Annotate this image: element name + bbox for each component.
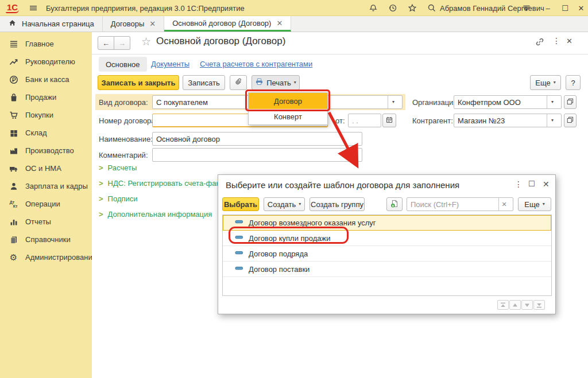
calendar-button[interactable]	[382, 114, 396, 127]
dialog-close-icon[interactable]: ✕	[543, 180, 550, 189]
close-tab-icon[interactable]: ✕	[276, 20, 283, 27]
tab-osnovnoe[interactable]: Основное	[99, 57, 147, 72]
dialog-more-button[interactable]: Еще▾	[518, 197, 551, 211]
go-up-button[interactable]	[509, 300, 521, 310]
tab-home[interactable]: Начальная страница	[0, 16, 103, 32]
grid-icon	[8, 128, 19, 138]
form-kebab-icon[interactable]: ⋮	[552, 36, 560, 45]
favorites-star-icon[interactable]	[407, 3, 418, 13]
gear-icon: ⚙	[8, 253, 19, 262]
hamburger-icon[interactable]	[28, 3, 39, 13]
comment-input[interactable]	[152, 148, 362, 162]
tab-scheta-raschetov[interactable]: Счета расчетов с контрагентами	[200, 60, 312, 68]
date-input[interactable]: . .	[348, 114, 381, 127]
save-and-close-button[interactable]: Записать и закрыть	[98, 75, 179, 90]
list-item-podryada[interactable]: Договор подряда	[223, 246, 551, 262]
back-button[interactable]: ←	[98, 36, 114, 50]
organization-open-button[interactable]	[564, 95, 577, 109]
print-button[interactable]: Печать▾	[252, 75, 300, 90]
close-button[interactable]: ✕	[575, 3, 587, 13]
sidebar-item-zarplata-i-kadry[interactable]: Зарплата и кадры	[0, 177, 92, 195]
more-button[interactable]: Еще▾	[530, 75, 561, 90]
shopping-bag-icon	[8, 93, 19, 102]
list-item-vozmezdnogo[interactable]: Договор возмездного оказания услуг	[223, 215, 551, 231]
tab-osnovnoy-dogovor[interactable]: Основной договор (Договор) ✕	[164, 16, 291, 32]
dialog-maximize-icon[interactable]: ☐	[528, 180, 535, 188]
open-in-window-icon	[566, 98, 574, 107]
sidebar-item-pokupki[interactable]: Покупки	[0, 106, 92, 124]
chevron-right-icon: >	[99, 210, 103, 219]
chevron-down-icon[interactable]: ▾	[388, 96, 399, 108]
history-icon[interactable]	[387, 3, 399, 13]
chevron-down-icon[interactable]: ▾	[547, 114, 558, 127]
person-icon	[8, 182, 19, 191]
notifications-bell-icon[interactable]	[368, 3, 379, 13]
name-input[interactable]: Основной договор	[152, 132, 362, 146]
sidebar-item-spravochniki[interactable]: Справочники	[0, 231, 92, 248]
create-button[interactable]: Создать▾	[264, 197, 305, 211]
home-icon	[8, 19, 17, 29]
sidebar-item-otchety[interactable]: Отчеты	[0, 213, 92, 231]
form-title: Основной договор (Договор)	[156, 36, 285, 47]
list-item-kupli-prodazhi[interactable]: Договор купли продажи	[223, 231, 551, 246]
sidebar-item-rukovoditelyu[interactable]: Руководителю	[0, 53, 92, 71]
print-menu-item-dogovor[interactable]: Договор	[249, 93, 327, 109]
section-podpisi[interactable]: >Подписи	[99, 194, 138, 203]
save-button[interactable]: Записать	[183, 75, 225, 90]
form-close-icon[interactable]: ✕	[566, 37, 572, 45]
close-tab-icon[interactable]: ✕	[149, 20, 156, 28]
search-input[interactable]: Поиск (Ctrl+F) ✕	[407, 197, 513, 211]
list-item-postavki[interactable]: Договор поставки	[223, 262, 551, 277]
paperclip-icon	[234, 77, 243, 88]
service-menu-icon[interactable]	[521, 3, 532, 13]
section-raschety[interactable]: >Расчеты	[99, 163, 137, 172]
favorite-star-icon[interactable]: ☆	[141, 35, 151, 48]
minimize-button[interactable]: –	[542, 3, 554, 13]
help-button[interactable]: ?	[566, 75, 581, 90]
chevron-right-icon: >	[99, 194, 103, 203]
print-menu-item-konvert[interactable]: Конверт	[249, 109, 327, 124]
sidebar-item-bank-i-kassa[interactable]: Банк и касса	[0, 71, 92, 88]
search-icon[interactable]	[426, 3, 438, 13]
sidebar-item-glavnoe[interactable]: Главное	[0, 35, 92, 53]
dialog-title: Выберите или создайте шаблон договора дл…	[226, 180, 459, 190]
trend-icon	[8, 57, 19, 67]
contractor-open-button[interactable]	[564, 114, 577, 127]
factory-icon	[8, 146, 19, 155]
template-dash-icon	[235, 217, 243, 228]
load-template-button[interactable]	[386, 197, 403, 211]
tab-dogovory[interactable]: Договоры ✕	[103, 16, 164, 32]
app-title: Бухгалтерия предприятия, редакция 3.0 1С…	[46, 4, 245, 13]
go-first-button[interactable]	[497, 300, 509, 310]
calendar-icon	[385, 116, 393, 126]
select-button[interactable]: Выбрать	[222, 197, 259, 211]
sidebar-item-proizvodstvo[interactable]: Производство	[0, 142, 92, 159]
dialog-kebab-icon[interactable]: ⋮	[514, 180, 523, 189]
create-group-button[interactable]: Создать группу	[310, 197, 365, 211]
clear-search-icon[interactable]: ✕	[498, 198, 509, 211]
sidebar-item-prodazhi[interactable]: Продажи	[0, 88, 92, 106]
sidebar-item-operatsii[interactable]: ДтКт Операции	[0, 195, 92, 213]
app-window: 1С Бухгалтерия предприятия, редакция 3.0…	[0, 0, 588, 378]
section-nds[interactable]: >НДС: Регистрировать счета-фактур	[99, 179, 231, 188]
organization-field[interactable]: Конфетпром ООО ▾	[454, 95, 562, 109]
contractor-label: Контрагент:	[412, 114, 453, 127]
forward-button[interactable]: →	[114, 36, 130, 50]
bar-chart-icon	[8, 217, 19, 227]
go-last-button[interactable]	[533, 300, 545, 310]
chevron-down-icon[interactable]: ▾	[547, 96, 558, 108]
attachments-button[interactable]	[230, 75, 247, 90]
contract-kind-label: Вид договора:	[99, 94, 148, 110]
organization-label: Организация:	[412, 95, 459, 109]
tab-dokumenty[interactable]: Документы	[151, 60, 189, 68]
section-dop-informatsiya[interactable]: >Дополнительная информация	[99, 210, 212, 219]
go-down-button[interactable]	[521, 300, 533, 310]
sidebar-item-administrirovanie[interactable]: ⚙ Администрирование	[0, 248, 92, 266]
cart-icon	[8, 111, 19, 120]
sidebar-item-os-i-nma[interactable]: ОС и НМА	[0, 159, 92, 177]
divider	[92, 54, 588, 54]
sidebar-item-sklad[interactable]: Склад	[0, 124, 92, 142]
maximize-button[interactable]: ☐	[559, 3, 571, 13]
contractor-field[interactable]: Магазин №23 ▾	[454, 114, 562, 127]
get-link-icon[interactable]	[535, 37, 544, 48]
